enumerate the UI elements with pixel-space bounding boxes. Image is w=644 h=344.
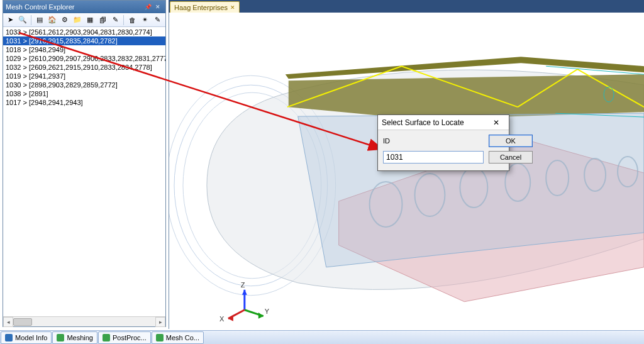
- svg-text:X: X: [219, 315, 225, 323]
- cancel-button[interactable]: Cancel: [489, 151, 533, 164]
- status-tab-label: Meshing: [67, 334, 93, 341]
- toolbar-button[interactable]: 📁: [72, 14, 83, 26]
- status-tab-label: PostProc...: [113, 334, 147, 341]
- scroll-right-arrow[interactable]: ▸: [155, 317, 165, 327]
- tree-row[interactable]: 1029 > [2610,2909,2907,2906,2833,2832,28…: [3, 54, 165, 63]
- status-bar: Model InfoMeshingPostProc...Mesh Co...: [0, 330, 644, 344]
- tree-row[interactable]: 1033 > [2561,2612,2903,2904,2831,2830,27…: [3, 28, 165, 36]
- close-panel-icon[interactable]: ✕: [153, 3, 163, 11]
- tree-row[interactable]: 1030 > [2898,2903,2829,2859,2772]: [3, 80, 165, 89]
- status-tab-icon: [156, 334, 164, 341]
- tree-row[interactable]: 1031 > [2916,2915,2835,2840,2782]: [3, 36, 165, 45]
- dialog-titlebar[interactable]: Select Surface to Locate ✕: [378, 115, 509, 130]
- document-tab[interactable]: Haag Enterprises ✕: [170, 1, 240, 13]
- dialog-title: Select Surface to Locate: [382, 118, 487, 127]
- svg-marker-16: [242, 290, 247, 295]
- toolbar-button[interactable]: 🗐: [97, 14, 108, 26]
- ok-button[interactable]: OK: [489, 135, 533, 147]
- toolbar-button[interactable]: ✴: [139, 14, 150, 26]
- status-tab-icon: [103, 334, 110, 341]
- status-tab-icon: [57, 334, 64, 341]
- status-tab[interactable]: Model Info: [1, 331, 52, 344]
- panel-title: Mesh Control Explorer: [6, 3, 143, 11]
- panel-toolbar: ➤🔍▤🏠⚙📁▦🗐✎🗑✴✎: [3, 13, 165, 27]
- tree-row[interactable]: 1032 > [2609,2621,2915,2910,2833,2834,27…: [3, 63, 165, 72]
- tree-row[interactable]: 1018 > [2948,2949]: [3, 45, 165, 54]
- toolbar-button[interactable]: ➤: [4, 14, 16, 26]
- tree-row[interactable]: 1038 > [2891]: [3, 89, 165, 98]
- id-input[interactable]: [383, 151, 484, 164]
- toolbar-button[interactable]: 🗑: [126, 14, 138, 26]
- status-tab[interactable]: PostProc...: [98, 331, 151, 344]
- tree-row[interactable]: 1017 > [2948,2941,2943]: [3, 98, 165, 107]
- status-tab-label: Model Info: [15, 334, 47, 341]
- close-tab-icon[interactable]: ✕: [230, 4, 235, 11]
- panel-titlebar: Mesh Control Explorer 📌 ✕: [3, 1, 165, 13]
- scroll-left-arrow[interactable]: ◂: [3, 317, 13, 327]
- select-surface-dialog: Select Surface to Locate ✕ ID OK Cancel: [377, 114, 509, 171]
- pin-icon[interactable]: 📌: [143, 3, 153, 11]
- toolbar-button[interactable]: ▤: [34, 14, 45, 26]
- status-tab-icon: [5, 334, 13, 341]
- toolbar-button[interactable]: 🏠: [47, 14, 58, 26]
- status-tab[interactable]: Mesh Co...: [152, 331, 204, 344]
- svg-text:Y: Y: [265, 308, 270, 315]
- toolbar-button[interactable]: ⚙: [59, 14, 70, 26]
- horizontal-scrollbar[interactable]: ◂ ▸: [3, 316, 165, 326]
- toolbar-button[interactable]: ✎: [109, 14, 121, 26]
- status-tab-label: Mesh Co...: [166, 334, 199, 341]
- tree-row[interactable]: 1019 > [2941,2937]: [3, 72, 165, 80]
- toolbar-button[interactable]: ▦: [84, 14, 96, 26]
- id-label: ID: [383, 137, 484, 145]
- toolbar-button[interactable]: 🔍: [17, 14, 28, 26]
- dialog-body: ID OK Cancel: [378, 130, 509, 170]
- status-tab[interactable]: Meshing: [52, 331, 97, 344]
- dialog-close-icon[interactable]: ✕: [487, 117, 505, 128]
- document-tab-strip: Haag Enterprises ✕: [169, 0, 644, 13]
- mesh-control-tree[interactable]: 1033 > [2561,2612,2903,2904,2831,2830,27…: [3, 27, 165, 316]
- svg-text:Z: Z: [241, 281, 245, 289]
- toolbar-button[interactable]: ✎: [152, 14, 163, 26]
- document-tab-label: Haag Enterprises: [174, 4, 228, 11]
- mesh-control-explorer-panel: Mesh Control Explorer 📌 ✕ ➤🔍▤🏠⚙📁▦🗐✎🗑✴✎ 1…: [3, 0, 166, 327]
- scroll-thumb[interactable]: [13, 318, 32, 326]
